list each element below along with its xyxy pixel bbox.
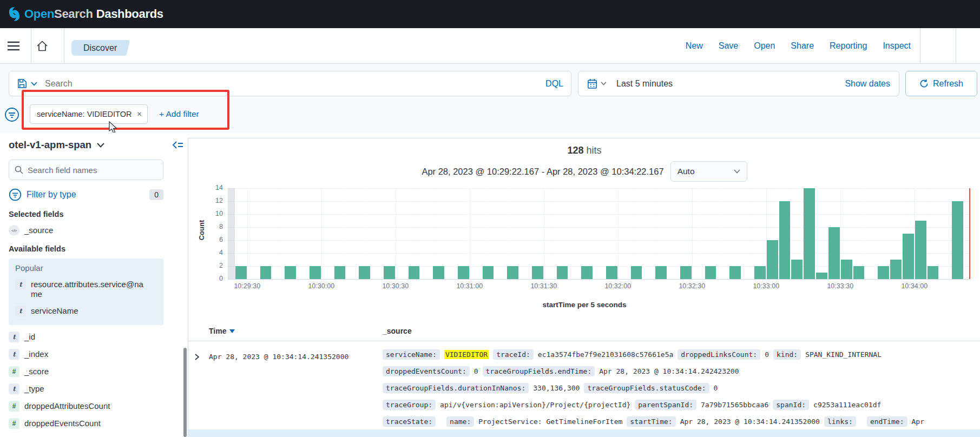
query-language-button[interactable]: DQL [545,79,563,89]
x-tick-label: 10:32:00 [596,282,640,290]
nav-bar: Discover NewSaveOpenShareReportingInspec… [0,28,980,64]
filter-by-type-icon [9,188,22,201]
nav-link-save[interactable]: Save [719,41,738,51]
next-row-strip [188,429,980,437]
search-query-bar[interactable]: DQL [9,71,571,96]
filter-pill-servicename[interactable]: serviceName: VIDIEDITOR ✕ [30,104,148,124]
x-gridline [544,188,544,279]
field-search-input[interactable] [28,165,147,175]
nav-link-inspect[interactable]: Inspect [883,41,911,51]
field-name: _score [24,366,49,376]
breadcrumb-label: Discover [83,43,117,53]
field-item--index[interactable]: t_index [9,349,179,360]
field-value: api/v{version:apiVersion}/Project/{proje… [440,401,630,409]
field-item-servicename[interactable]: tserviceName [15,306,157,316]
popular-fields-group: Popular tresource.attributes.service@nam… [9,259,163,325]
calendar-icon[interactable] [587,78,597,89]
histogram-bar [878,266,889,279]
x-tick-label: 10:29:30 [226,282,269,290]
nav-link-reporting[interactable]: Reporting [830,41,867,51]
y-gridline [228,201,969,202]
field-type-icon: </> [9,225,19,236]
field-value: 0 [474,367,478,375]
nav-link-share[interactable]: Share [791,41,814,51]
field-name-badge: links: [824,416,856,427]
opensearch-dashboards-screen: OpenSearchDashboards Discover NewSaveOpe… [0,0,980,437]
histogram-chart[interactable]: Count 0246810121410:29:3010:30:0010:30:3… [188,138,980,301]
field-item-droppedattributescount[interactable]: #droppedAttributesCount [9,401,179,412]
y-gridline [228,188,969,189]
histogram-bar [310,266,321,279]
sidebar-scrollbar[interactable] [183,348,187,437]
home-icon[interactable] [36,40,49,52]
nav-link-open[interactable]: Open [754,41,775,51]
field-value: c9253a111eac01df [813,401,881,409]
available-fields-heading: Available fields [9,244,179,253]
field-item-droppedeventscount[interactable]: #droppedEventsCount [9,418,179,429]
field-item--source[interactable]: </>_source [9,225,179,236]
x-tick-label: 10:34:00 [893,282,936,290]
opensearch-logo[interactable]: OpenSearchDashboards [7,6,163,22]
logo-text-search: Search [54,7,93,21]
histogram-bar [779,201,791,279]
index-pattern-chevron-down-icon [97,143,104,148]
histogram-bar [828,227,840,279]
breadcrumb-discover[interactable]: Discover [71,40,124,56]
search-input[interactable] [45,79,545,89]
y-gridline [228,240,969,241]
popular-fields-list: tresource.attributes.service@nametservic… [15,279,157,316]
y-tick-label: 10 [203,210,223,217]
time-column-header[interactable]: Time [209,327,235,335]
x-gridline [247,188,248,279]
histogram-bar [767,240,778,279]
refresh-icon [919,79,929,88]
expand-row-icon[interactable] [194,353,200,361]
field-item-resource-attributes-service-name[interactable]: tresource.attributes.service@name [15,279,157,299]
field-name-badge: serviceName: [383,349,440,360]
field-value: 0 [714,384,718,392]
date-picker[interactable]: Last 5 minutes Show dates [578,71,899,96]
saved-query-icon[interactable] [17,78,27,89]
histogram-bar [235,266,247,279]
field-name-badge: endTime: [867,416,907,427]
x-gridline [321,188,322,279]
discover-main-panel: 128 hits Apr 28, 2023 @ 10:29:22.167 - A… [188,138,980,437]
y-gridline [228,214,969,215]
filter-remove-icon[interactable]: ✕ [136,110,142,118]
menu-hamburger-icon[interactable] [7,41,20,51]
logo-text-open: Open [24,7,54,21]
field-name-badge: parentSpanId: [635,400,696,410]
field-name-badge: traceGroupFields.durationInNanos: [383,383,529,393]
show-dates-button[interactable]: Show dates [845,79,890,89]
index-pattern-selector[interactable]: otel-v1-apm-span [9,139,133,151]
histogram-bar [557,266,568,279]
y-tick-label: 12 [203,197,223,204]
histogram-bar [631,266,642,279]
x-tick-label: 10:33:00 [745,282,788,290]
y-tick-label: 14 [203,184,223,191]
time-end-marker [969,188,970,279]
filter-set-icon[interactable] [4,107,19,122]
add-filter-button[interactable]: + Add filter [159,109,199,119]
field-name: _id [24,332,35,342]
nav-link-new[interactable]: New [686,41,703,51]
field-item--type[interactable]: t_type [9,383,179,394]
filter-by-type-button[interactable]: Filter by type 0 [9,188,163,201]
field-value: 0 [765,350,769,359]
refresh-button[interactable]: Refresh [905,71,977,96]
partial-bucket-band [228,188,235,279]
x-gridline [692,188,693,279]
date-picker-chevron-down-icon[interactable] [601,82,607,85]
histogram-bar [384,266,395,279]
field-item--id[interactable]: t_id [9,332,179,342]
collapse-sidebar-icon[interactable] [172,140,184,150]
field-search-box[interactable] [9,160,163,180]
histogram-bar [260,266,272,279]
x-gridline [396,188,396,279]
saved-query-chevron-down-icon[interactable] [31,82,37,86]
histogram-bar [754,266,766,279]
time-range-value[interactable]: Last 5 minutes [616,79,845,89]
x-axis-line [228,279,969,280]
field-item--score[interactable]: #_score [9,366,179,377]
results-table-header: Time _source [188,322,980,341]
